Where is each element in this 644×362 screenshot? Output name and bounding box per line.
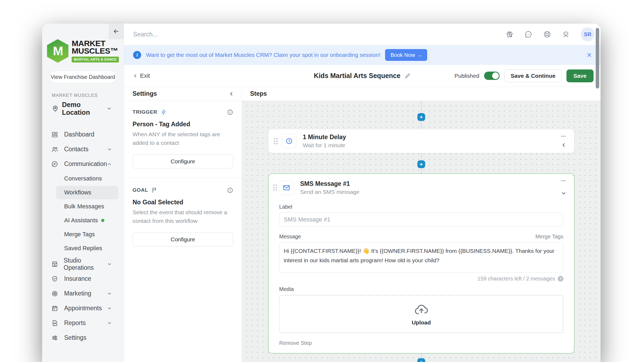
workflow-canvas[interactable]: + 1 Minute Delay Wait for 1 minute + xyxy=(242,101,601,362)
merge-tags-button[interactable]: Merge Tags xyxy=(535,234,563,240)
sidebar-item-marketing[interactable]: Marketing xyxy=(42,286,124,301)
scrollbar-thumb[interactable] xyxy=(596,28,599,88)
sidebar-item-conversations[interactable]: Conversations xyxy=(56,172,118,185)
toggle-knob xyxy=(492,72,499,79)
communication-submenu: Conversations Workflows Bulk Messages AI… xyxy=(42,172,124,255)
save-button[interactable]: Save xyxy=(566,69,594,82)
published-toggle[interactable] xyxy=(484,72,500,80)
add-step-button[interactable]: + xyxy=(418,113,425,121)
map-pin-icon xyxy=(52,105,59,112)
sidebar-item-insurance[interactable]: Insurance xyxy=(42,271,124,286)
step-collapse-button[interactable] xyxy=(561,190,567,196)
chevron-down-icon xyxy=(107,147,112,152)
sms-step-subtitle: Send an SMS message xyxy=(300,189,360,195)
location-selector[interactable]: Demo Location xyxy=(52,101,124,116)
trigger-info-button[interactable] xyxy=(227,109,233,115)
sidebar-item-saved-replies[interactable]: Saved Replies xyxy=(56,242,118,255)
arrow-left-icon xyxy=(113,28,120,35)
trigger-name: Person - Tag Added xyxy=(133,121,233,128)
goal-section-label: GOAL xyxy=(133,187,148,193)
flag-icon xyxy=(151,187,158,193)
chat-ellipsis-icon xyxy=(524,30,532,38)
add-step-button[interactable]: + xyxy=(418,358,425,362)
save-continue-button[interactable]: Save & Continue xyxy=(504,69,562,82)
edit-title-button[interactable] xyxy=(404,73,411,79)
banner-close-button[interactable] xyxy=(586,52,592,58)
sms-step-card: SMS Message #1 Send an SMS message Label xyxy=(268,173,575,353)
sliders-icon xyxy=(51,334,59,341)
sidebar-item-ai-assistants[interactable]: AI Assistants xyxy=(56,214,118,227)
help-button[interactable] xyxy=(543,30,551,38)
goal-info-button[interactable] xyxy=(227,187,233,193)
character-counter: 159 characters left / 2 messages xyxy=(477,276,555,282)
sms-step-title: SMS Message #1 xyxy=(300,180,360,187)
sidebar-item-merge-tags[interactable]: Merge Tags xyxy=(56,228,118,241)
chevron-left-icon xyxy=(133,73,138,79)
chevron-left-icon xyxy=(228,91,234,97)
brand-hexagon-icon: M xyxy=(47,39,68,63)
chat-button[interactable] xyxy=(524,30,532,38)
search-input[interactable] xyxy=(133,31,321,38)
lifebuoy-icon xyxy=(543,30,551,38)
label-input[interactable] xyxy=(279,213,564,227)
cloud-upload-icon xyxy=(414,302,429,317)
media-upload-dropzone[interactable]: Upload xyxy=(279,295,564,333)
sidebar-collapse-button[interactable] xyxy=(109,24,124,39)
sidebar-item-communication[interactable]: Communication xyxy=(42,157,124,171)
logo-line1: MARKET xyxy=(72,40,119,47)
trigger-configure-button[interactable]: Configure xyxy=(133,154,233,168)
sidebar-item-workflows[interactable]: Workflows xyxy=(56,186,118,199)
sidebar-item-reports[interactable]: Reports xyxy=(42,316,124,330)
sidebar-nav: Dashboard Contacts Communication Convers… xyxy=(42,127,124,345)
panel-collapse-button[interactable] xyxy=(228,91,234,97)
view-franchise-dashboard-button[interactable]: View Franchise Dashboard xyxy=(49,71,116,83)
assistant-button[interactable] xyxy=(562,30,570,38)
drag-handle-icon[interactable] xyxy=(273,184,277,191)
book-now-button[interactable]: Book Now → xyxy=(385,49,427,61)
gift-button[interactable] xyxy=(506,30,514,38)
sidebar-item-studio-operations[interactable]: Studio Operations xyxy=(42,257,124,271)
delay-step-card[interactable]: 1 Minute Delay Wait for 1 minute xyxy=(268,129,575,153)
delay-step-subtitle: Wait for 1 minute xyxy=(303,142,346,149)
topbar: SR xyxy=(124,24,601,45)
sidebar-item-settings[interactable]: Settings xyxy=(42,330,124,345)
published-label: Published xyxy=(455,73,479,79)
store-icon xyxy=(51,261,58,268)
goal-description: Select the event that should remove a co… xyxy=(133,208,233,225)
report-icon xyxy=(51,320,59,327)
exit-button[interactable]: Exit xyxy=(133,72,150,79)
chevron-down-icon xyxy=(107,306,112,311)
step-expand-button[interactable] xyxy=(561,142,567,148)
calendar-icon xyxy=(51,305,59,312)
envelope-icon xyxy=(279,180,294,195)
goal-configure-button[interactable]: Configure xyxy=(133,232,233,246)
avatar[interactable]: SR xyxy=(581,27,595,41)
step-menu-button[interactable] xyxy=(560,178,567,184)
settings-panel: Settings TRIGGER Person - Tag Added When… xyxy=(124,87,242,362)
steps-panel: Steps + 1 Minute Delay Wait for 1 minute xyxy=(242,87,601,362)
trigger-section: TRIGGER Person - Tag Added When ANY of t… xyxy=(133,109,233,168)
sidebar-item-contacts[interactable]: Contacts xyxy=(42,142,124,157)
onboarding-banner: i Want to get the most out of Market Mus… xyxy=(124,45,601,65)
add-step-button[interactable]: + xyxy=(418,160,425,168)
trigger-description: When ANY of the selected tags are added … xyxy=(133,130,233,147)
chevron-left-icon xyxy=(561,142,567,148)
workflow-header: Exit Kids Martial Arts Sequence Publishe… xyxy=(124,65,601,87)
chevron-up-icon xyxy=(107,162,112,167)
sidebar-item-bulk-messages[interactable]: Bulk Messages xyxy=(56,200,118,213)
close-icon xyxy=(586,52,592,58)
remove-step-button[interactable]: Remove Step xyxy=(279,340,312,346)
shield-check-icon xyxy=(51,275,59,282)
message-textarea[interactable]: Hi {{CONTACT.FIRST.NAME}}! 👋 It's {{OWNE… xyxy=(279,242,564,272)
section-divider xyxy=(124,178,242,178)
status-dot xyxy=(101,219,104,222)
step-menu-button[interactable] xyxy=(560,133,567,139)
lightning-icon xyxy=(160,109,167,115)
info-circle-icon xyxy=(227,187,233,193)
drag-handle-icon[interactable] xyxy=(274,138,278,144)
question-icon[interactable]: ? xyxy=(558,276,564,282)
sidebar-item-dashboard[interactable]: Dashboard xyxy=(42,127,124,142)
chevron-down-icon xyxy=(107,291,112,296)
logo-badge: MARTIAL ARTS & DANCE xyxy=(72,57,119,62)
sidebar-item-appointments[interactable]: Appointments xyxy=(42,301,124,316)
